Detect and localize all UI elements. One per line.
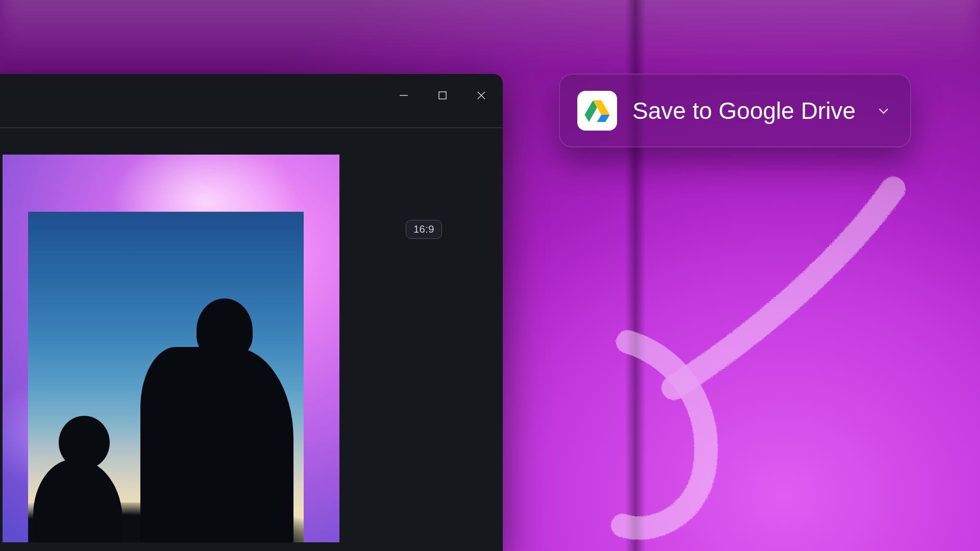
maximize-button[interactable]: [430, 83, 455, 108]
silhouette-child: [33, 416, 125, 542]
wallpaper-swoosh: [607, 168, 934, 551]
desktop-background: 16:9 Save to Google Drive: [0, 0, 980, 551]
editor-window: 16:9: [0, 74, 503, 551]
svg-marker-5: [597, 114, 610, 121]
foreground-photo: [28, 212, 304, 542]
minimize-button[interactable]: [391, 83, 416, 108]
close-button[interactable]: [469, 83, 494, 108]
svg-rect-1: [439, 92, 446, 99]
chevron-down-icon[interactable]: [874, 102, 893, 120]
silhouette-adult: [135, 298, 293, 542]
canvas-preview[interactable]: [3, 155, 339, 542]
window-titlebar: [0, 74, 503, 128]
save-to-drive-label: Save to Google Drive: [632, 97, 859, 124]
aspect-ratio-badge[interactable]: 16:9: [406, 220, 442, 239]
save-to-drive-card[interactable]: Save to Google Drive: [559, 73, 911, 147]
google-drive-icon: [577, 91, 617, 131]
